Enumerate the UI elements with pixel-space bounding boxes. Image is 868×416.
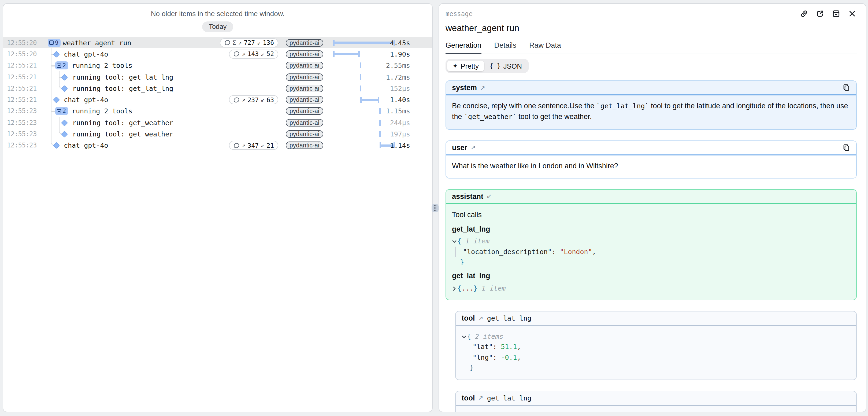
span-label: chat gpt-4o	[64, 96, 108, 104]
pretty-view-button[interactable]: ✦ Pretty	[447, 61, 484, 71]
span-start-time: 12:55:21	[7, 73, 37, 81]
span-diamond-icon	[53, 51, 60, 57]
trace-span-row[interactable]: 12:55:21running tool: get_lat_lngpydanti…	[3, 83, 432, 94]
message-panel-body: { 2 items"lat": 51.1,"lng": -0.1, }	[456, 326, 856, 379]
duration-tick	[360, 74, 361, 80]
tool-call-name: get_lat_lng	[452, 271, 850, 282]
message-panel-body: { 2 items	[456, 406, 856, 412]
copy-link-icon[interactable]	[799, 9, 808, 18]
today-button[interactable]: Today	[203, 22, 233, 32]
message-panel-header: tool↗get_lat_lng	[456, 391, 856, 406]
message-text: Be concise, reply with one sentence.Use …	[452, 101, 850, 123]
collapse-toggle[interactable]: 2	[55, 61, 68, 69]
collapse-toggle[interactable]: 9	[48, 39, 61, 46]
input-tokens: 727	[244, 39, 255, 46]
tab-raw-data[interactable]: Raw Data	[529, 41, 561, 54]
collapse-toggle[interactable]: 2	[55, 107, 68, 115]
json-view-button[interactable]: { } JSON	[484, 61, 527, 71]
input-tokens-arrow-icon: ↗	[238, 39, 242, 46]
duration-bar	[333, 40, 395, 45]
tool-call-name: get_lat_lng	[452, 224, 850, 235]
json-plain: ,	[592, 247, 596, 255]
role-label: system	[452, 84, 477, 92]
scope-badge: pydantic-ai	[286, 119, 323, 126]
section-caption: Tool calls	[452, 210, 850, 221]
json-plain	[462, 363, 470, 372]
json-num: 51.1	[501, 343, 517, 351]
message-panel-body: Tool callsget_lat_lng{ 1 item"location_d…	[446, 204, 856, 300]
chevron-down-icon[interactable]	[462, 331, 467, 342]
message-text: What is the weather like in London and i…	[452, 161, 850, 171]
trace-span-row[interactable]: 12:55:23running tool: get_weatherpydanti…	[3, 128, 432, 140]
scope-badge: pydantic-ai	[286, 51, 323, 58]
json-num: -0.1	[501, 353, 517, 361]
span-diamond-icon	[61, 119, 67, 126]
output-tokens-arrow-icon: ↙	[261, 96, 264, 103]
trace-span-row[interactable]: 12:55:21chat gpt-4o↗237↙63pydantic-ai1.4…	[3, 94, 432, 106]
child-count: 2	[62, 108, 66, 115]
trace-span-row[interactable]: 12:55:21running tool: get_lat_lngpydanti…	[3, 71, 432, 83]
json-brace: }	[470, 363, 474, 372]
collapse-minus-icon	[57, 63, 61, 68]
json-line: "location_description": "London",	[455, 246, 850, 257]
span-label: running tool: get_lat_lng	[72, 73, 173, 81]
tab-generation[interactable]: Generation	[445, 41, 482, 54]
tab-details[interactable]: Details	[494, 41, 517, 54]
json-plain: ,	[517, 353, 521, 361]
json-line: }	[462, 362, 850, 373]
tokens-coin-icon	[224, 39, 230, 46]
copy-icon[interactable]	[842, 143, 850, 152]
chevron-right-icon[interactable]	[452, 283, 457, 293]
drag-dots-icon	[433, 205, 436, 211]
message-panel-header: assistant↙	[446, 190, 856, 204]
arrow-up-right-icon: ↗	[470, 144, 475, 151]
empty-window-notice: No older items in the selected time wind…	[3, 10, 432, 18]
span-diamond-icon	[61, 131, 67, 137]
scope-badge: pydantic-ai	[286, 73, 323, 81]
span-timeline	[333, 117, 395, 128]
span-timeline	[333, 94, 395, 106]
scope-badge: pydantic-ai	[286, 39, 323, 46]
dock-panel-icon[interactable]	[832, 9, 841, 18]
close-icon[interactable]	[848, 9, 857, 18]
input-tokens: 347	[247, 142, 259, 149]
chevron-down-icon[interactable]	[452, 236, 457, 247]
span-duration: 1.90s	[390, 50, 410, 58]
json-plain: :	[493, 343, 501, 351]
json-viewer: { 2 items	[462, 411, 850, 412]
json-line: { 2 items	[462, 411, 850, 412]
tree-guide-line	[51, 83, 52, 94]
chevron-down-icon[interactable]	[462, 411, 467, 412]
duration-tick	[379, 131, 381, 137]
json-plain	[452, 258, 460, 266]
trace-span-row[interactable]: 12:55:20chat gpt-4o↗143↙52pydantic-ai1.9…	[3, 49, 432, 60]
trace-span-row[interactable]: 12:55:232running 2 toolspydantic-ai1.15m…	[3, 106, 432, 117]
token-usage-badge: ↗347↙21	[229, 141, 278, 150]
role-label: tool	[462, 314, 475, 322]
json-brace: {	[457, 284, 461, 292]
panel-resize-handle[interactable]	[432, 204, 439, 212]
open-external-icon[interactable]	[815, 9, 825, 18]
output-tokens-arrow-icon: ↙	[261, 142, 264, 149]
json-meta: 1 item	[477, 284, 505, 292]
span-label: chat gpt-4o	[64, 141, 108, 150]
sparkle-icon: ✦	[453, 62, 458, 70]
trace-span-row[interactable]: 12:55:23chat gpt-4o↗347↙21pydantic-ai1.1…	[3, 140, 432, 151]
trace-span-row[interactable]: 12:55:209weather_agent runΣ↗727↙136pydan…	[3, 37, 432, 49]
span-duration: 197µs	[390, 130, 410, 138]
message-panel-body: Be concise, reply with one sentence.Use …	[446, 95, 856, 129]
span-duration: 1.72ms	[386, 73, 410, 81]
json-brace: {	[457, 237, 461, 245]
trace-span-row[interactable]: 12:55:212running 2 toolspydantic-ai2.55m…	[3, 60, 432, 71]
span-start-time: 12:55:20	[7, 51, 37, 58]
inline-code: `get_weather`	[464, 113, 517, 121]
span-label: weather_agent run	[63, 39, 131, 46]
json-line: "lat": 51.1,	[465, 342, 850, 352]
span-start-time: 12:55:23	[7, 142, 37, 149]
json-brace: {	[467, 332, 471, 341]
json-key: "lng"	[473, 353, 493, 361]
input-tokens-arrow-icon: ↗	[242, 96, 245, 103]
copy-icon[interactable]	[842, 84, 850, 92]
trace-span-row[interactable]: 12:55:23running tool: get_weatherpydanti…	[3, 117, 432, 128]
span-timeline	[333, 83, 395, 94]
